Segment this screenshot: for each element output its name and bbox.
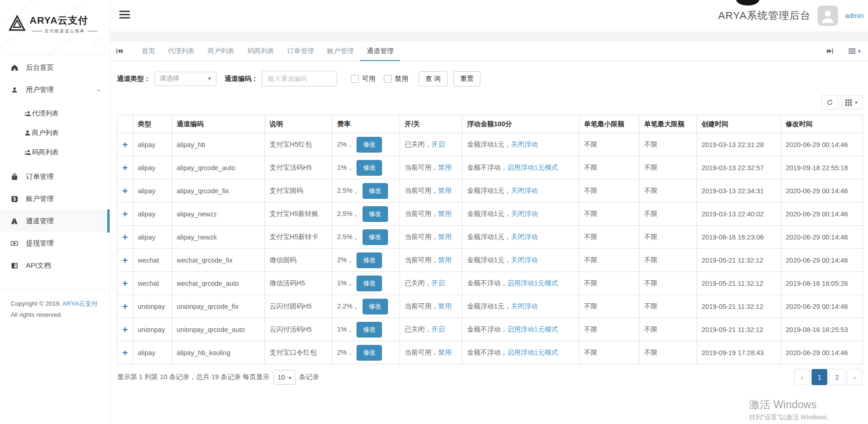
cell-type: alipay	[133, 226, 172, 249]
channel-type-select[interactable]: 请选择 ▼	[154, 72, 216, 86]
sidebar-toggle-icon[interactable]	[119, 11, 130, 20]
tab-3[interactable]: 码商列表	[241, 42, 281, 61]
expand-row-icon[interactable]: +	[122, 185, 128, 196]
cell-created: 2019-03-13 22:31:28	[697, 133, 781, 156]
status-toggle-link[interactable]: 开启	[431, 326, 445, 333]
channel-code-input[interactable]	[262, 71, 337, 86]
modify-button[interactable]: 修改	[363, 229, 388, 245]
modify-button[interactable]: 修改	[363, 206, 388, 222]
status-toggle-link[interactable]: 禁用	[438, 302, 452, 310]
status-toggle-link[interactable]: 禁用	[438, 210, 452, 217]
cell-desc: 支付宝口令红包	[265, 341, 332, 364]
sidebar-subitem-qr-merchant-list[interactable]: 码商列表	[0, 142, 110, 162]
refresh-button[interactable]	[821, 95, 838, 110]
cell-type: unionpay	[133, 318, 172, 341]
sidebar-item-api-doc[interactable]: API文档	[0, 254, 110, 277]
modify-button[interactable]: 修改	[357, 137, 382, 153]
table-row: +alipayalipay_qrcode_auto支付宝活码H51%，修改当前可…	[117, 156, 863, 179]
float-toggle-link[interactable]: 关闭浮动	[511, 141, 538, 148]
table-row: +alipayalipay_hb支付宝H5红包2%，修改已关闭，开启金额浮动1元…	[117, 133, 863, 156]
float-toggle-link[interactable]: 启用浮动1元模式	[507, 164, 558, 171]
admin-user-link[interactable]: admin	[845, 0, 864, 31]
float-toggle-link[interactable]: 启用浮动1元模式	[507, 279, 558, 287]
bag-icon	[10, 173, 19, 181]
status-toggle-link[interactable]: 禁用	[438, 349, 452, 356]
float-toggle-link[interactable]: 关闭浮动	[511, 302, 538, 310]
scroll-tabs-right-icon[interactable]	[822, 48, 838, 55]
search-button[interactable]: 查 询	[419, 71, 448, 86]
cell-max: 不限	[640, 203, 697, 226]
prev-page-button[interactable]: ‹	[794, 369, 810, 385]
status-toggle-link[interactable]: 禁用	[438, 187, 452, 194]
avatar[interactable]	[818, 6, 838, 26]
modify-button[interactable]: 修改	[357, 160, 382, 176]
page-button-1[interactable]: 1	[812, 369, 827, 385]
expand-row-icon[interactable]: +	[122, 324, 128, 335]
copyright-brand-link[interactable]: ARYA云支付	[62, 300, 98, 307]
expand-row-icon[interactable]: +	[122, 209, 128, 219]
tab-4[interactable]: 订单管理	[281, 42, 320, 61]
status-toggle-link[interactable]: 开启	[431, 279, 445, 287]
column-header: 修改时间	[781, 115, 863, 133]
table-toolbar: ▼	[117, 95, 862, 110]
sidebar-item-orders[interactable]: 订单管理	[0, 166, 110, 188]
status-toggle-link[interactable]: 禁用	[438, 256, 452, 264]
sidebar-item-home[interactable]: 后台首页	[0, 56, 110, 79]
expand-row-icon[interactable]: +	[122, 139, 128, 150]
expand-row-icon[interactable]: +	[122, 255, 128, 265]
float-toggle-link[interactable]: 启用浮动1元模式	[507, 349, 558, 356]
scroll-tabs-left-icon[interactable]	[110, 48, 129, 55]
cell-type: wechat	[133, 249, 172, 272]
cell-status: 已关闭，开启	[400, 318, 462, 341]
cell-code: unionpay_qrcode_auto	[172, 318, 265, 341]
sidebar-subitem-merchant-list[interactable]: 商户列表	[0, 123, 110, 142]
page-size-select[interactable]: 10 ▲	[273, 370, 295, 385]
tab-2[interactable]: 商户列表	[201, 42, 241, 61]
expand-row-icon[interactable]: +	[122, 162, 128, 173]
modify-button[interactable]: 修改	[357, 345, 382, 361]
columns-button[interactable]: ▼	[841, 95, 862, 110]
cell-float: 金额浮动1元，关闭浮动	[462, 203, 579, 226]
available-checkbox[interactable]	[351, 75, 359, 83]
sidebar-subitem-agent-list[interactable]: 代理列表	[0, 104, 110, 123]
cell-rate: 2.5%，修改	[332, 226, 400, 249]
expand-row-icon[interactable]: +	[122, 301, 128, 312]
tab-1[interactable]: 代理列表	[161, 42, 201, 61]
cell-rate: 1%，修改	[332, 272, 400, 295]
modify-button[interactable]: 修改	[363, 299, 388, 314]
reset-button[interactable]: 重置	[453, 71, 480, 86]
modify-button[interactable]: 修改	[357, 252, 382, 268]
float-toggle-link[interactable]: 关闭浮动	[511, 210, 538, 217]
status-toggle-link[interactable]: 开启	[431, 141, 445, 148]
expand-row-icon[interactable]: +	[122, 232, 128, 242]
cell-modified: 2019-09-18 22:55:18	[781, 156, 863, 179]
cell-desc: 支付宝H5新转账	[265, 203, 332, 226]
next-page-button[interactable]: ›	[847, 369, 862, 385]
disabled-checkbox[interactable]	[384, 75, 392, 83]
tab-list-dropdown-icon[interactable]: ▼	[849, 48, 862, 54]
expand-row-icon[interactable]: +	[122, 278, 128, 289]
sidebar-item-accounts[interactable]: $账户管理	[0, 188, 110, 210]
tab-0[interactable]: 首页	[135, 42, 161, 61]
float-toggle-link[interactable]: 关闭浮动	[511, 256, 538, 264]
sidebar-item-users[interactable]: 用户管理	[0, 79, 110, 101]
cell-modified: 2020-06-29 00:14:46	[781, 295, 863, 318]
tab-5[interactable]: 账户管理	[320, 42, 360, 61]
cell-min: 不限	[579, 203, 640, 226]
sidebar-item-channels[interactable]: 通道管理	[0, 210, 110, 232]
float-toggle-link[interactable]: 启用浮动1元模式	[507, 326, 558, 333]
status-toggle-link[interactable]: 禁用	[438, 164, 452, 171]
sidebar-item-withdraw[interactable]: 提现管理	[0, 232, 110, 254]
float-toggle-link[interactable]: 关闭浮动	[511, 233, 538, 240]
modify-button[interactable]: 修改	[363, 183, 388, 199]
cell-status: 已关闭，开启	[400, 272, 462, 295]
tab-6[interactable]: 通道管理	[360, 42, 400, 61]
modify-button[interactable]: 修改	[357, 276, 382, 291]
top-header: ARYA系统管理后台 admin	[110, 0, 868, 31]
float-toggle-link[interactable]: 关闭浮动	[511, 187, 538, 194]
page-button-2[interactable]: 2	[829, 369, 845, 385]
status-toggle-link[interactable]: 禁用	[438, 233, 452, 240]
expand-row-icon[interactable]: +	[122, 347, 128, 358]
cell-created: 2019-03-13 22:40:02	[697, 203, 781, 226]
modify-button[interactable]: 修改	[357, 322, 382, 338]
